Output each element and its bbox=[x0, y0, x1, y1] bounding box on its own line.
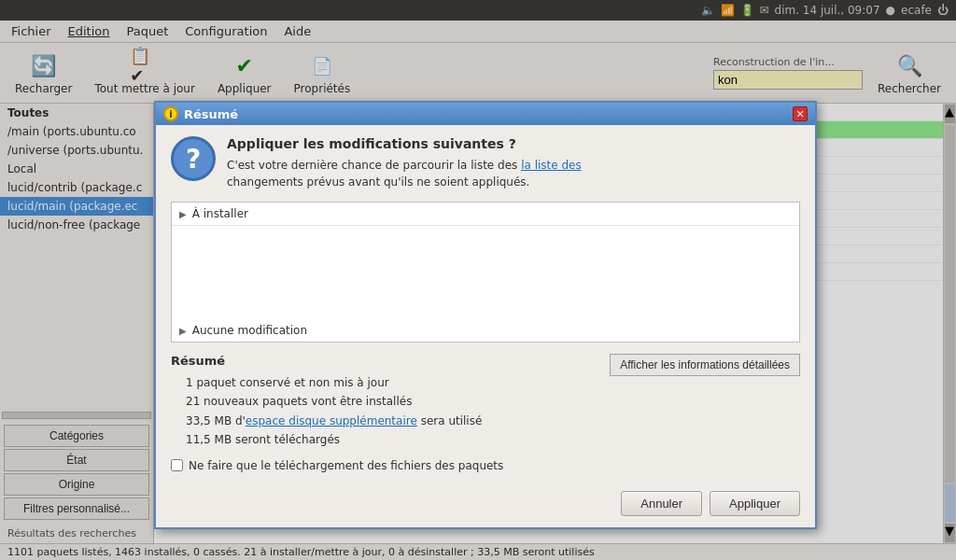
dialog-title-icon: i bbox=[163, 106, 178, 121]
checkbox-label: Ne faire que le téléchargement des fichi… bbox=[189, 459, 503, 472]
dialog-header-row: ? Appliquer les modifications suivantes … bbox=[171, 136, 800, 190]
summary-line-1: 21 nouveaux paquets vont être installés bbox=[186, 392, 482, 411]
dialog-header-text: Appliquer les modifications suivantes ? … bbox=[227, 136, 582, 190]
dialog-question-heading: Appliquer les modifications suivantes ? bbox=[227, 136, 582, 151]
expand-arrow-1: ▶ bbox=[179, 326, 187, 336]
dialog-footer: Annuler Appliquer bbox=[171, 487, 800, 516]
dialog-title: Résumé bbox=[184, 107, 238, 121]
expand-item-1[interactable]: ▶ Aucune modification bbox=[172, 319, 799, 342]
cancel-button[interactable]: Annuler bbox=[621, 491, 702, 516]
summary-section: Résumé 1 paquet conservé et non mis à jo… bbox=[171, 354, 800, 450]
resume-dialog: i Résumé ✕ ? Appliquer les modifications… bbox=[154, 101, 817, 529]
apply-confirm-button[interactable]: Appliquer bbox=[710, 491, 800, 516]
expand-arrow-0: ▶ bbox=[179, 209, 187, 219]
expand-item-0[interactable]: ▶ À installer bbox=[172, 203, 799, 226]
question-icon: ? bbox=[171, 136, 216, 181]
checkbox-row: Ne faire que le téléchargement des fichi… bbox=[171, 459, 800, 472]
summary-text: 1 paquet conservé et non mis à jour 21 n… bbox=[171, 373, 482, 450]
expand-area bbox=[172, 226, 799, 319]
details-button[interactable]: Afficher les informations détaillées bbox=[610, 354, 800, 376]
dialog-close-button[interactable]: ✕ bbox=[793, 106, 808, 121]
expand-list: ▶ À installer ▶ Aucune modification bbox=[171, 202, 800, 343]
summary-line-0: 1 paquet conservé et non mis à jour bbox=[186, 373, 482, 392]
list-link[interactable]: la liste des bbox=[521, 159, 582, 172]
dialog-body: ? Appliquer les modifications suivantes … bbox=[156, 125, 815, 527]
summary-line-3: 11,5 MB seront téléchargés bbox=[186, 430, 482, 449]
disk-space-link[interactable]: espace disque supplémentaire bbox=[246, 414, 417, 427]
summary-line-2: 33,5 MB d'espace disque supplémentaire s… bbox=[186, 412, 482, 430]
dialog-titlebar: i Résumé ✕ bbox=[156, 103, 815, 125]
download-only-checkbox[interactable] bbox=[171, 459, 183, 471]
dialog-description: C'est votre dernière chance de parcourir… bbox=[227, 157, 582, 190]
summary-title: Résumé bbox=[171, 354, 482, 368]
